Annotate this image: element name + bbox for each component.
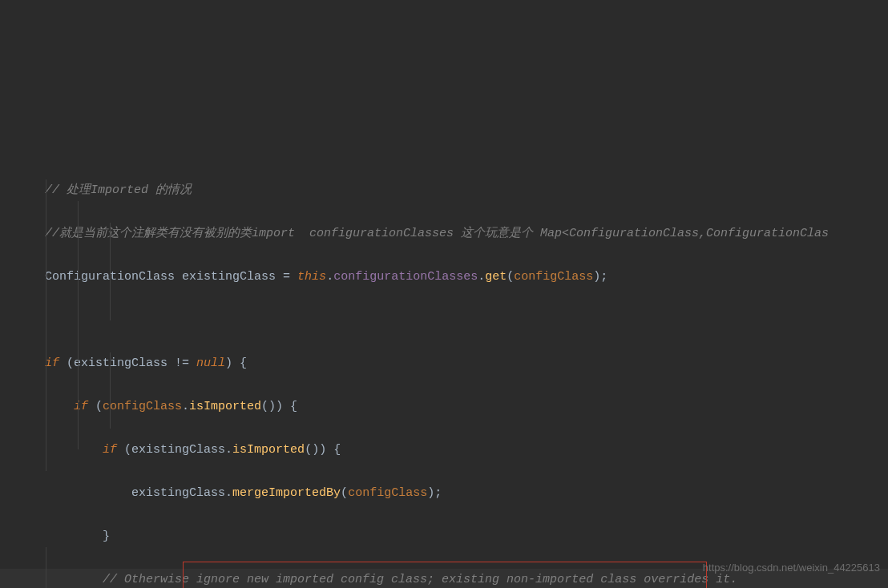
indent-guide — [110, 223, 111, 320]
code-line[interactable]: ConfigurationClass existingClass = this.… — [0, 266, 888, 288]
indent-guide — [46, 547, 46, 588]
code-line[interactable]: //就是当前这个注解类有没有被别的类import configurationCl… — [0, 223, 888, 244]
code-editor[interactable]: // 处理Imported 的情况 //就是当前这个注解类有没有被别的类impo… — [0, 87, 888, 588]
this-keyword: this — [297, 270, 326, 284]
comment: // 处理Imported 的情况 — [45, 183, 192, 197]
code-line[interactable] — [0, 309, 888, 331]
comment: //就是当前这个注解类有没有被别的类import configurationCl… — [45, 227, 829, 240]
code-line[interactable]: } — [0, 526, 888, 547]
method: get — [485, 270, 507, 284]
field: configurationClasses — [333, 270, 478, 284]
indent-guide — [110, 352, 111, 429]
variable: existingClass — [182, 270, 276, 284]
code-line[interactable]: if (existingClass.isImported()) { — [0, 439, 888, 461]
watermark: https://blog.csdn.net/weixin_44225613 — [703, 557, 880, 578]
code-line[interactable]: existingClass.mergeImportedBy(configClas… — [0, 482, 888, 504]
parameter: configClass — [514, 270, 593, 284]
code-line[interactable]: if (existingClass != null) { — [0, 352, 888, 374]
keyword: if — [45, 356, 59, 370]
indent-guide — [46, 179, 46, 471]
indent-guide — [78, 201, 79, 449]
code-line[interactable]: if (configClass.isImported()) { — [0, 396, 888, 417]
code-line[interactable]: // 处理Imported 的情况 — [0, 179, 888, 201]
